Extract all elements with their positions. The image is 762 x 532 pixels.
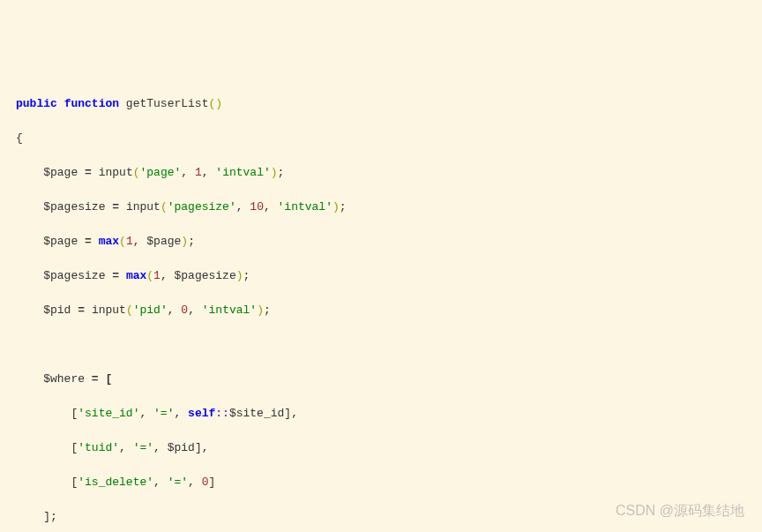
code-line: public function getTuserList() <box>16 95 746 113</box>
code-line: $page = max(1, $page); <box>16 233 746 251</box>
code-line: ['site_id', '=', self::$site_id], <box>16 405 746 423</box>
code-line <box>16 336 746 354</box>
code-block: public function getTuserList() { $page =… <box>16 78 746 532</box>
code-line: $where = [ <box>16 371 746 388</box>
code-line: ]; <box>16 508 746 526</box>
code-line: { <box>16 130 746 147</box>
code-line: $pagesize = input('pagesize', 10, 'intva… <box>16 199 746 216</box>
code-line: ['is_delete', '=', 0] <box>16 474 746 491</box>
code-line: $pid = input('pid', 0, 'intval'); <box>16 302 746 319</box>
code-line: ['tuid', '=', $pid], <box>16 439 746 457</box>
code-line: $pagesize = max(1, $pagesize); <box>16 267 746 285</box>
code-line: $page = input('page', 1, 'intval'); <box>16 164 746 182</box>
